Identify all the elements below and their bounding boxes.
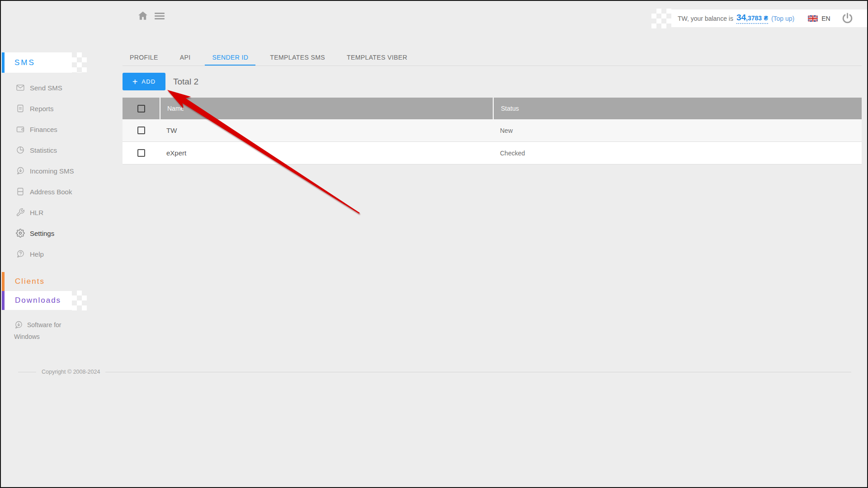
sidebar-section-sms[interactable]: SMS	[2, 52, 72, 73]
menu-toggle-icon[interactable]	[155, 13, 165, 20]
sidebar-item-label: Settings	[30, 230, 54, 237]
balance-amount[interactable]: 34,3783 ₴	[736, 13, 768, 24]
sender-id-table: Name Status TW New eXpert Checked	[123, 98, 862, 164]
table-header-row: Name Status	[123, 98, 862, 119]
help-icon	[16, 249, 25, 258]
address-book-icon	[16, 187, 25, 196]
pixel-decor	[72, 52, 87, 73]
sidebar-item-send-sms[interactable]: Send SMS	[1, 77, 105, 98]
language-code: EN	[821, 15, 830, 22]
header-status: Status	[493, 98, 862, 119]
sidebar-section-clients-label: Clients	[15, 277, 45, 286]
app-window: TW, your balance is 34,3783 ₴ (Top up) E…	[0, 0, 868, 488]
tab-profile[interactable]: PROFILE	[123, 50, 165, 66]
header-checkbox-cell	[123, 98, 160, 119]
sidebar-item-label: Send SMS	[30, 84, 62, 92]
sidebar-item-label: Address Book	[30, 188, 72, 196]
sidebar-item-reports[interactable]: Reports	[1, 98, 105, 119]
sidebar-section-clients[interactable]: Clients	[2, 272, 72, 291]
language-selector[interactable]: EN	[808, 15, 830, 22]
sidebar-item-label: HLR	[30, 209, 43, 216]
table-row: TW New	[123, 119, 862, 142]
sidebar-section-downloads-label: Downloads	[15, 296, 61, 305]
sidebar-item-help[interactable]: Help	[1, 244, 105, 264]
uk-flag-icon	[808, 15, 818, 22]
tab-templates-viber[interactable]: TEMPLATES VIBER	[340, 50, 415, 66]
sidebar-section-sms-label: SMS	[14, 58, 35, 67]
cell-name: eXpert	[160, 142, 493, 164]
pixel-decor	[72, 291, 87, 310]
cell-status: Checked	[493, 142, 862, 164]
row-checkbox[interactable]	[137, 127, 145, 134]
balance-bar: TW, your balance is 34,3783 ₴ (Top up) E…	[671, 9, 867, 27]
cell-name: TW	[160, 119, 493, 141]
sidebar-item-software-for-windows[interactable]: Software for Windows	[14, 319, 81, 343]
sidebar-menu: Send SMS Reports Finances Statistics Inc…	[1, 77, 105, 264]
sidebar-item-finances[interactable]: Finances	[1, 119, 105, 140]
total-count: Total 2	[173, 76, 198, 88]
select-all-checkbox[interactable]	[137, 105, 145, 113]
gear-icon	[16, 229, 25, 238]
table-row: eXpert Checked	[123, 142, 862, 164]
plus-icon: +	[132, 77, 138, 86]
sidebar-item-hlr[interactable]: HLR	[1, 202, 105, 223]
sidebar-section-downloads[interactable]: Downloads	[2, 291, 72, 310]
cell-status: New	[493, 119, 862, 141]
settings-tabs: PROFILE API SENDER ID TEMPLATES SMS TEMP…	[123, 50, 415, 66]
balance-label: TW, your balance is	[678, 15, 733, 22]
envelope-icon	[16, 83, 25, 92]
tab-sender-id[interactable]: SENDER ID	[205, 50, 255, 66]
row-checkbox[interactable]	[137, 149, 145, 157]
tab-templates-sms[interactable]: TEMPLATES SMS	[263, 50, 332, 66]
sidebar-item-label: Statistics	[30, 146, 57, 154]
sidebar-item-label: Help	[30, 250, 44, 258]
copyright: Copyright © 2008-2024	[18, 369, 851, 375]
header-name: Name	[160, 98, 493, 119]
download-icon	[14, 320, 23, 329]
tab-api[interactable]: API	[173, 50, 198, 66]
wrench-icon	[16, 208, 25, 217]
sidebar-item-incoming-sms[interactable]: Incoming SMS	[1, 160, 105, 181]
add-button[interactable]: + ADD	[123, 73, 165, 90]
sidebar-item-label: Finances	[30, 126, 57, 133]
document-icon	[16, 104, 25, 113]
incoming-message-icon	[16, 166, 25, 175]
sidebar-item-label: Reports	[30, 105, 54, 113]
pie-chart-icon	[16, 145, 25, 155]
sidebar-item-settings[interactable]: Settings	[1, 223, 105, 244]
logout-power-icon[interactable]	[841, 12, 854, 24]
tabs-divider	[123, 66, 862, 66]
wallet-icon	[16, 125, 25, 134]
sidebar-item-label: Incoming SMS	[30, 167, 74, 175]
sidebar-item-address-book[interactable]: Address Book	[1, 181, 105, 202]
home-icon[interactable]	[137, 10, 149, 22]
copyright-text: Copyright © 2008-2024	[42, 369, 100, 375]
sidebar-item-statistics[interactable]: Statistics	[1, 140, 105, 160]
pixel-decor	[651, 9, 671, 28]
topup-link[interactable]: (Top up)	[771, 15, 794, 22]
